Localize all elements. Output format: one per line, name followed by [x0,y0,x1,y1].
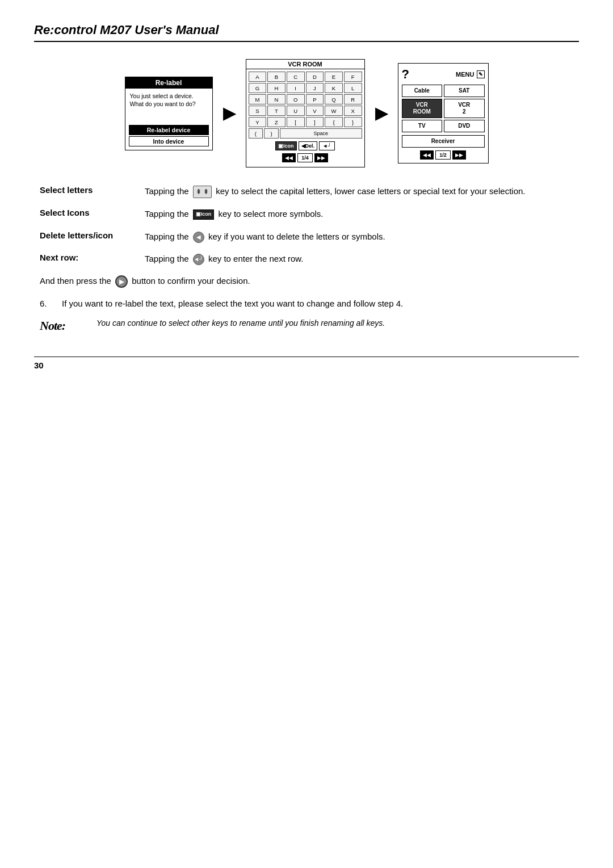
note-text: You can continue to select other keys to… [96,317,573,329]
term-desc-next-row: Tapping the ◄┘ key to enter the next row… [145,252,573,265]
key-lbracket[interactable]: [ [287,117,305,127]
arrow-1: ▶ [223,104,236,123]
key-S[interactable]: S [249,106,267,116]
shift-icon: ⇞ ⇞ [193,186,212,199]
relabel-body: You just select a device. What do you wa… [125,89,212,123]
key-row-1: A B C D E F [249,72,362,82]
note-label: Note: [40,317,85,334]
key-M[interactable]: M [249,94,267,104]
key-C[interactable]: C [287,72,305,82]
key-bottom-row: ▣Icon ◀Del. ◄┘ [246,140,364,152]
relabel-title: Re-label [125,77,212,89]
term-label-select-icons: Select Icons [40,207,145,217]
key-X[interactable]: X [344,106,362,116]
key-D[interactable]: D [306,72,324,82]
key-space[interactable]: Space [280,128,362,139]
key-U[interactable]: U [287,106,305,116]
key-rbracket[interactable]: ] [306,117,324,127]
remote-btn-tv[interactable]: TV [402,120,443,132]
relabel-btn2[interactable]: Into device [129,136,209,146]
key-row-2: G H I J K L [249,83,362,93]
note-row: Note: You can continue to select other k… [40,317,573,334]
relabel-btn1[interactable]: Re-label device [129,125,209,135]
term-delete-letters: Delete letters/icon Tapping the ◀ key if… [40,230,573,243]
remote-btn-vcr-room[interactable]: VCRROOM [402,99,443,118]
key-row-5: Y Z [ ] { } [249,117,362,127]
key-N[interactable]: N [267,94,285,104]
key-K[interactable]: K [325,83,343,93]
remote-top-row: ? MENU ✎ [402,67,485,82]
and-then-row: And then press the ▶ button to confirm y… [40,274,573,288]
key-R[interactable]: R [344,94,362,104]
key-A[interactable]: A [249,72,267,82]
menu-label: MENU [456,71,474,78]
remote-btn-dvd[interactable]: DVD [444,120,485,132]
key-J[interactable]: J [306,83,324,93]
remote-menu: MENU ✎ [456,70,484,78]
remote-panel: ? MENU ✎ Cable SAT VCRROOM VCR2 TV DVD R… [398,63,489,163]
edit-icon: ✎ [477,70,485,78]
page-num: 30 [34,360,44,370]
enter-key[interactable]: ◄┘ [319,141,335,150]
key-grid: A B C D E F G H I J K L M N [246,69,364,140]
enter-icon: ◄┘ [193,254,204,265]
key-Q[interactable]: Q [325,94,343,104]
question-icon: ? [402,67,409,82]
step-6: 6. If you want to re-label the text, ple… [40,297,573,310]
keyboard-nav-next[interactable]: ▶▶ [314,153,328,162]
remote-btn-vcr2[interactable]: VCR2 [444,99,485,118]
term-next-row: Next row: Tapping the ◄┘ key to enter th… [40,252,573,265]
relabel-footer: Re-label device Into device [125,123,212,150]
term-desc-delete: Tapping the ◀ key if you want to delete … [145,230,573,243]
key-rparen[interactable]: ) [264,128,279,139]
term-desc-select-letters: Tapping the ⇞ ⇞ key to select the capita… [145,184,573,198]
key-V[interactable]: V [306,106,324,116]
remote-btn-grid: Cable SAT VCRROOM VCR2 TV DVD [402,85,485,132]
key-F[interactable]: F [344,72,362,82]
remote-nav-prev[interactable]: ◀◀ [420,150,434,160]
key-P[interactable]: P [306,94,324,104]
remote-nav-num: 1/2 [435,150,451,160]
remote-nav-next[interactable]: ▶▶ [452,150,466,160]
del-key[interactable]: ◀Del. [299,141,318,150]
key-row-6: ( ) Space [249,128,362,139]
diagrams-row: Re-label You just select a device. What … [34,59,579,167]
arrow-2: ▶ [375,104,388,123]
remote-nav-row: ◀◀ 1/2 ▶▶ [402,150,485,160]
term-label-next-row: Next row: [40,252,145,262]
dicon-badge: ▣Icon [193,209,215,220]
key-Z[interactable]: Z [267,117,285,127]
key-rcurly[interactable]: } [344,117,362,127]
key-lcurly[interactable]: { [325,117,343,127]
keyboard-panel: VCR ROOM A B C D E F G H I J K L [246,59,365,167]
key-O[interactable]: O [287,94,305,104]
key-E[interactable]: E [325,72,343,82]
key-Y[interactable]: Y [249,117,267,127]
icon-key[interactable]: ▣Icon [275,141,297,150]
key-G[interactable]: G [249,83,267,93]
content-area: Select letters Tapping the ⇞ ⇞ key to se… [34,184,579,334]
key-row-4: S T U V W X [249,106,362,116]
key-W[interactable]: W [325,106,343,116]
key-I[interactable]: I [287,83,305,93]
del-icon: ◀ [193,232,204,243]
confirm-btn-icon: ▶ [115,275,128,288]
page-footer: 30 [34,357,579,370]
remote-btn-sat[interactable]: SAT [444,85,485,97]
term-select-icons: Select Icons Tapping the ▣Icon key to se… [40,207,573,220]
key-L[interactable]: L [344,83,362,93]
keyboard-nav-num: 1/4 [297,153,313,162]
term-label-select-letters: Select letters [40,184,145,195]
key-lparen[interactable]: ( [249,128,263,139]
step-num-6: 6. [40,297,54,310]
page-title: Re:control M207 User's Manual [34,23,579,37]
term-select-letters: Select letters Tapping the ⇞ ⇞ key to se… [40,184,573,198]
key-H[interactable]: H [267,83,285,93]
key-T[interactable]: T [267,106,285,116]
remote-btn-receiver[interactable]: Receiver [402,135,485,148]
remote-btn-cable[interactable]: Cable [402,85,443,97]
key-B[interactable]: B [267,72,285,82]
page-container: Re:control M207 User's Manual Re-label Y… [34,23,579,370]
key-row-3: M N O P Q R [249,94,362,104]
keyboard-nav-prev[interactable]: ◀◀ [282,153,296,162]
